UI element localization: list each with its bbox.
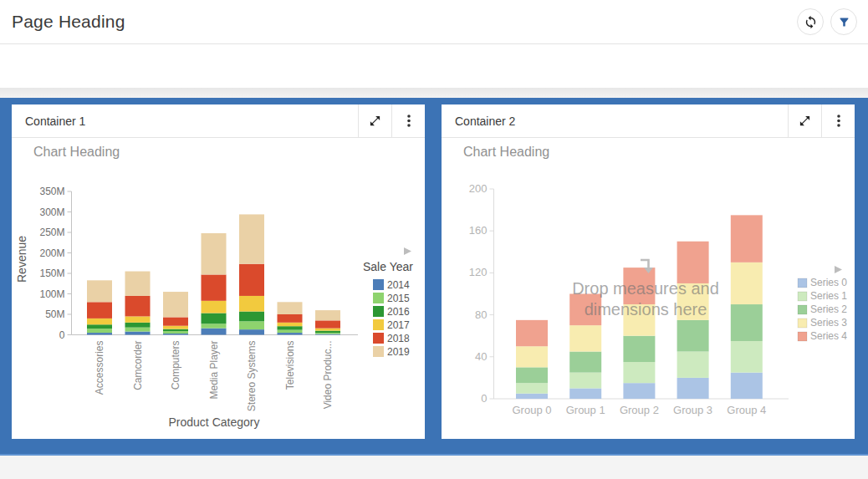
svg-text:Drop measures and: Drop measures and [572,279,719,298]
svg-text:2017: 2017 [387,319,410,331]
container-1: 050M100M150M200M250M300M350MAccessoriesC… [12,104,425,439]
bar-segment [239,264,264,296]
bar-segment [87,318,112,324]
svg-text:0: 0 [59,329,65,341]
chart-heading-2: Chart Heading [463,145,549,160]
bar-segment [623,336,655,362]
svg-text:Video Produc...: Video Produc... [322,341,334,410]
section-divider [0,88,868,98]
container-1-expand-button[interactable] [358,104,391,137]
footer-strip [0,456,868,479]
svg-text:Product Category: Product Category [169,415,260,429]
svg-text:Stereo Systems: Stereo Systems [246,341,258,412]
svg-text:Group 0: Group 0 [513,404,552,416]
bar-segment [202,274,227,300]
bar-segment [315,333,340,334]
bar-segment [87,324,112,329]
bar-segment [569,388,601,399]
svg-text:350M: 350M [39,186,64,197]
bar-segment [516,320,548,346]
bar-segment [202,313,227,324]
svg-text:Revenue: Revenue [15,236,28,283]
page-title: Page Heading [12,12,125,32]
bar-segment [623,383,655,399]
bar-segment [202,233,227,274]
svg-text:100M: 100M [39,288,64,300]
filter-icon [838,16,850,28]
bar-segment [569,352,601,373]
bar-segment [677,352,709,378]
bar-segment [278,330,303,333]
bar-segment [623,268,655,304]
expand-icon [799,115,811,127]
bar-segment [278,323,303,326]
legend-next-arrow[interactable] [835,266,842,273]
bar-segment [163,326,188,329]
svg-text:80: 80 [475,308,487,321]
svg-text:Series 2: Series 2 [810,303,847,315]
bar-segment [315,334,340,335]
filter-button[interactable] [830,8,857,35]
svg-text:dimensions here: dimensions here [585,300,707,318]
bar-segment [278,302,303,314]
svg-text:Sale Year: Sale Year [363,260,413,273]
drop-arrow-icon [641,260,649,268]
svg-text:200M: 200M [39,247,64,259]
bar-segment [278,326,303,329]
container-1-title: Container 1 [12,104,358,137]
bar-segment [315,310,340,320]
svg-text:2015: 2015 [387,293,410,304]
container-1-header: Container 1 [12,104,425,138]
svg-text:2019: 2019 [387,346,410,358]
bar-segment [87,333,112,334]
chart-heading-1: Chart Heading [33,145,120,160]
bar-segment [623,362,655,383]
bar-segment [239,214,264,263]
header-actions [797,8,857,35]
svg-text:Televisions: Televisions [284,341,296,390]
svg-text:Group 3: Group 3 [673,404,712,416]
svg-text:Group 2: Group 2 [620,404,659,416]
bar-segment [125,328,151,332]
bar-segment [87,280,112,302]
svg-text:150M: 150M [39,268,64,279]
container-2: 04080120160200Group 0Group 1Group 2Group… [442,104,855,439]
svg-text:50M: 50M [45,308,64,320]
bar-segment [731,341,763,373]
bar-segment [125,323,151,328]
svg-text:Series 1: Series 1 [810,290,847,302]
bar-segment [239,321,264,329]
container-1-menu-button[interactable] [391,104,425,137]
bar-segment [677,320,709,352]
bar-segment [125,272,151,296]
bar-segment [163,329,188,331]
container-2-header: Container 2 [442,104,855,138]
bar-segment [163,334,188,334]
bar-segment [569,294,601,326]
refresh-icon [804,15,818,29]
bar-segment [516,346,548,367]
svg-text:2016: 2016 [387,306,410,318]
svg-text:40: 40 [475,350,487,363]
svg-text:Camcorder: Camcorder [132,341,144,390]
svg-text:2018: 2018 [387,333,410,344]
svg-text:200: 200 [469,182,488,195]
expand-icon [369,115,381,127]
legend-next-arrow[interactable] [404,247,411,255]
bar-segment [163,331,188,334]
container-2-expand-button[interactable] [788,104,821,137]
bar-segment [315,320,340,328]
refresh-button[interactable] [797,8,824,35]
container-2-menu-button[interactable] [821,104,855,137]
bar-segment [278,314,303,323]
bar-segment [677,242,709,283]
bar-segment [239,296,264,312]
bar-segment [731,373,763,399]
bar-segment [677,283,709,320]
svg-text:Accessories: Accessories [94,341,105,395]
bar-segment [202,324,227,328]
container-2-title: Container 2 [442,104,788,137]
bar-segment [239,329,264,334]
svg-text:300M: 300M [39,206,64,218]
bar-segment [677,378,709,399]
